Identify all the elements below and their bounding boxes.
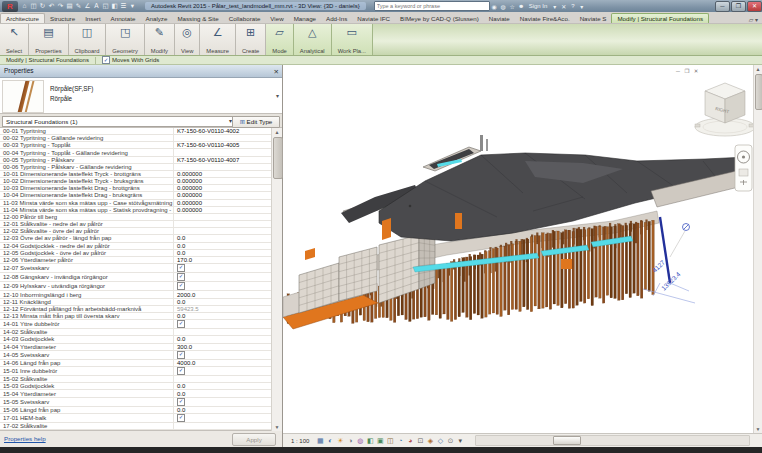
orange-cube[interactable] <box>305 248 315 260</box>
property-value[interactable]: 0.0 <box>174 407 272 413</box>
tab-annotate[interactable]: Annotate <box>106 14 141 23</box>
selected-pile[interactable] <box>660 217 670 283</box>
save-icon[interactable]: ◫ <box>29 2 38 10</box>
hide-isolate-icon[interactable]: ◔ <box>395 435 405 447</box>
show-crop-icon[interactable]: ▣ <box>375 435 385 447</box>
section-icon[interactable]: ◧ <box>110 2 119 10</box>
property-value[interactable]: 0.0 <box>174 250 272 256</box>
user-icon[interactable]: ☻ <box>517 3 526 10</box>
temporary-dimension-2[interactable]: 13923.4 <box>660 270 682 292</box>
property-value[interactable]: 0.000000 <box>174 200 272 206</box>
property-value[interactable]: ✓ <box>174 264 272 272</box>
properties-help-link[interactable]: Properties help <box>4 435 46 442</box>
tab-analyze[interactable]: Analyze <box>140 14 172 23</box>
more-icon[interactable]: ▾ <box>455 435 465 447</box>
viewport-horizontal-scrollbar[interactable] <box>475 435 750 446</box>
viewport-scrollbar-thumb[interactable] <box>755 74 762 110</box>
properties-filter-dropdown[interactable]: Structural Foundations (1)▾ <box>2 116 235 127</box>
view-restore-icon[interactable]: ❐ <box>683 68 691 75</box>
panel-view[interactable]: ◎View <box>175 24 200 55</box>
property-value[interactable]: ✓ <box>174 414 272 422</box>
property-checkbox[interactable]: ✓ <box>177 264 185 272</box>
aligned-dimension-icon[interactable]: ∠ <box>83 2 92 10</box>
customize-qat-icon[interactable]: ▾ <box>128 2 137 10</box>
panel-geometry[interactable]: ◳Geometry <box>106 24 144 55</box>
displacement-icon[interactable]: ◇ <box>435 435 445 447</box>
property-value[interactable]: K7-150-60-V0110-4002 <box>174 128 272 134</box>
tab-architecture[interactable]: Architecture <box>0 13 45 23</box>
drawing-area-3d-view[interactable]: ─ ❐ ✕ <box>283 65 762 447</box>
type-selector-dropdown-icon[interactable]: ▾ <box>276 92 279 99</box>
visual-style-icon[interactable]: ◐ <box>325 435 335 447</box>
view-cube[interactable]: RIGHT <box>695 83 755 136</box>
viewport-vertical-scrollbar[interactable]: ▲ ▼ <box>753 65 762 433</box>
view-close-icon[interactable]: ✕ <box>692 68 700 75</box>
tab-insert[interactable]: Insert <box>80 14 105 23</box>
tab-manage[interactable]: Manage <box>289 14 321 23</box>
viewport-scroll-up-icon[interactable]: ▲ <box>754 66 762 72</box>
property-value[interactable]: 0.0 <box>174 336 272 342</box>
property-value[interactable]: 0.0 <box>174 243 272 249</box>
property-value[interactable] <box>174 228 272 234</box>
tab-naviate-fire-aco-[interactable]: Naviate Fire&Aco. <box>515 14 575 23</box>
help-caret-icon[interactable]: ▾ <box>577 3 586 10</box>
tab-collaborate[interactable]: Collaborate <box>224 14 266 23</box>
reveal-hidden-icon[interactable]: ◕ <box>405 435 415 447</box>
panel-analytical[interactable]: △Analytical <box>294 24 332 55</box>
application-menu-button[interactable]: R <box>2 1 18 12</box>
property-value[interactable] <box>174 164 272 170</box>
rendering-icon[interactable]: ◍ <box>355 435 365 447</box>
property-value[interactable] <box>174 329 272 335</box>
favorites-star-icon[interactable]: ☆ <box>508 3 517 10</box>
search-icon[interactable]: ◉ <box>490 3 499 10</box>
panel-properties[interactable]: ▤Properties <box>29 24 68 55</box>
property-value[interactable]: ✓ <box>174 282 272 290</box>
communication-center-icon[interactable]: ◍ <box>499 3 508 10</box>
property-value[interactable]: 300.0 <box>174 344 272 350</box>
exchange-apps-icon[interactable]: ✕ <box>559 3 568 10</box>
property-checkbox[interactable]: ✓ <box>177 414 185 422</box>
crop-view-icon[interactable]: ◧ <box>365 435 375 447</box>
tab-naviate-s[interactable]: Naviate S <box>575 14 612 23</box>
analytical-model-icon[interactable]: ◈ <box>425 435 435 447</box>
property-value[interactable] <box>174 423 272 429</box>
print-icon[interactable]: ▤ <box>65 2 74 10</box>
property-value[interactable]: 0.000000 <box>174 207 272 213</box>
moves-with-grids-checkbox[interactable]: ✓ <box>102 56 110 64</box>
property-value[interactable]: 4000.0 <box>174 360 272 366</box>
scroll-up-icon[interactable]: ▲ <box>272 129 282 135</box>
thin-lines-icon[interactable]: ☰ <box>119 2 128 10</box>
property-value[interactable]: ✓ <box>174 351 272 359</box>
property-value[interactable]: 0.0 <box>174 299 272 305</box>
view-scale-button[interactable]: 1 : 100 <box>291 438 309 444</box>
tab-naviate-ifc[interactable]: Naviate IFC <box>352 14 395 23</box>
property-grid-scrollbar[interactable]: ▲ ▼ <box>271 128 282 431</box>
close-button[interactable]: ✕ <box>747 1 762 12</box>
zoom-icon[interactable] <box>739 169 748 176</box>
ribbon-display-toggle[interactable]: ▱ ▾ <box>749 16 758 23</box>
property-value[interactable]: ✓ <box>174 320 272 328</box>
panel-clipboard[interactable]: ◫Clipboard <box>69 24 107 55</box>
navigation-bar[interactable] <box>735 145 752 191</box>
view-properties-icon[interactable]: ⊡ <box>415 435 425 447</box>
constraints-icon[interactable]: ⊙ <box>445 435 455 447</box>
property-value[interactable] <box>174 135 272 141</box>
infocenter-search-input[interactable] <box>374 1 490 11</box>
property-value[interactable]: K7-150-60-V0110-4005 <box>174 142 272 148</box>
open-icon[interactable]: ⌂ <box>20 2 29 10</box>
sun-path-icon[interactable]: ☀ <box>335 435 345 447</box>
scrollbar-thumb[interactable] <box>273 137 283 179</box>
modify-icon[interactable]: ✎ <box>74 2 83 10</box>
property-value[interactable] <box>174 221 272 227</box>
help-icon[interactable]: ? <box>568 3 577 10</box>
type-selector[interactable]: Rörpåle(SF,SF) Rörpåle ▾ <box>0 78 282 114</box>
selected-pile-annotation[interactable]: 4127 13923.4 <box>643 217 695 303</box>
property-value[interactable]: K7-150-60-V0110-4007 <box>174 157 272 163</box>
property-checkbox[interactable]: ✓ <box>177 367 185 375</box>
panel-mode[interactable]: ▱Mode <box>266 24 294 55</box>
sign-in-caret-icon[interactable]: ▾ <box>550 3 559 10</box>
scroll-down-icon[interactable]: ▼ <box>272 424 282 430</box>
text-icon[interactable]: A <box>92 2 101 10</box>
tab-add-ins[interactable]: Add-Ins <box>321 14 352 23</box>
tab-bimeye-by-cad-q-slussen-[interactable]: BIMeye by CAD-Q (Slussen) <box>395 14 484 23</box>
